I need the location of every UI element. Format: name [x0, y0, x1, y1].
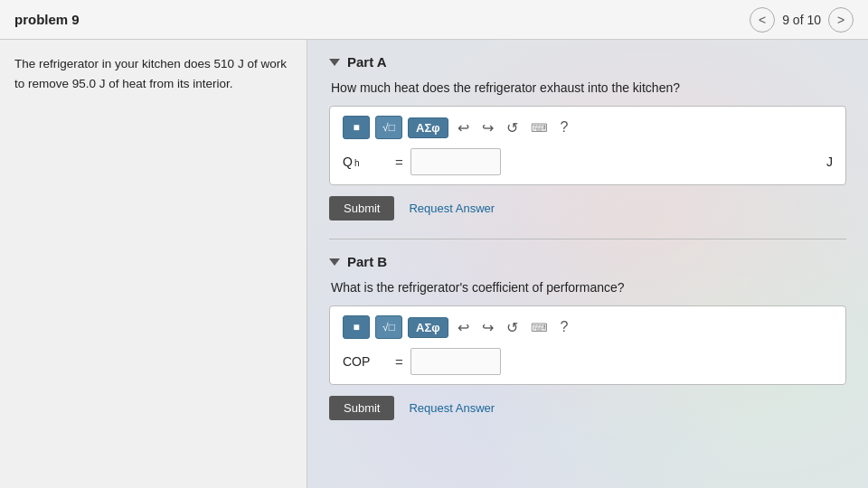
part-a-equals: = [395, 155, 403, 170]
part-b-symbol-btn[interactable]: ΑΣφ [408, 317, 448, 338]
header: problem 9 < 9 of 10 > [0, 0, 868, 40]
part-b-label: Part B [347, 254, 387, 269]
part-a-icon2-btn[interactable]: √□ [375, 116, 402, 139]
part-a-undo-btn[interactable]: ↩ [454, 117, 473, 138]
part-b-icon1-btn[interactable]: ■ [343, 315, 370, 339]
part-b-input[interactable] [410, 348, 501, 375]
part-b-request-btn[interactable]: Request Answer [409, 401, 495, 415]
problem-statement: The refrigerator in your kitchen does 51… [14, 54, 292, 93]
prev-button[interactable]: < [750, 7, 775, 33]
part-a-symbol-btn[interactable]: ΑΣφ [408, 117, 448, 138]
part-a-answer-row: Qh = J [343, 148, 833, 175]
part-a-answer-box: ■ √□ ΑΣφ ↩ ↪ ↺ ⌨ ? Qh = J [329, 106, 846, 185]
part-b-keyboard-btn[interactable]: ⌨ [527, 319, 552, 336]
problem-counter: 9 of 10 [782, 13, 821, 27]
nav-controls: < 9 of 10 > [750, 7, 854, 33]
part-a-keyboard-btn[interactable]: ⌨ [527, 119, 552, 136]
part-a-help-btn[interactable]: ? [557, 117, 572, 137]
part-a-header: Part A [329, 54, 846, 70]
part-b-toolbar: ■ √□ ΑΣφ ↩ ↪ ↺ ⌨ ? [343, 315, 833, 339]
part-b-help-btn[interactable]: ? [557, 317, 572, 337]
part-b-reset-btn[interactable]: ↺ [503, 317, 522, 338]
part-a-input[interactable] [410, 148, 501, 175]
part-a-submit-btn[interactable]: Submit [329, 196, 394, 221]
part-b-answer-row: COP = [343, 348, 833, 375]
part-b-answer-label: COP [343, 354, 388, 369]
problem-title: problem 9 [14, 12, 80, 27]
part-b-question: What is the refrigerator's coefficient o… [331, 280, 846, 295]
part-b-answer-box: ■ √□ ΑΣφ ↩ ↪ ↺ ⌨ ? COP = [329, 305, 846, 385]
part-b-collapse-arrow[interactable] [329, 258, 340, 266]
part-b-section: Part B What is the refrigerator's coeffi… [329, 254, 846, 420]
part-b-submit-btn[interactable]: Submit [329, 396, 394, 420]
part-b-icon2-btn[interactable]: √□ [375, 315, 402, 339]
part-a-request-btn[interactable]: Request Answer [409, 202, 495, 215]
part-b-redo-btn[interactable]: ↪ [478, 317, 497, 338]
part-a-label: Part A [347, 54, 387, 70]
problem-content: Part A How much heat does the refrigerat… [307, 40, 868, 488]
part-separator [329, 239, 846, 239]
part-b-btn-row: Submit Request Answer [329, 396, 846, 420]
main-layout: The refrigerator in your kitchen does 51… [0, 40, 868, 488]
problem-sidebar: The refrigerator in your kitchen does 51… [0, 40, 307, 488]
part-a-toolbar: ■ √□ ΑΣφ ↩ ↪ ↺ ⌨ ? [343, 116, 833, 139]
part-b-undo-btn[interactable]: ↩ [454, 317, 473, 338]
part-a-icon1-btn[interactable]: ■ [343, 116, 370, 139]
part-b-equals: = [395, 354, 403, 370]
next-button[interactable]: > [828, 7, 854, 33]
part-a-collapse-arrow[interactable] [329, 59, 340, 66]
part-b-header: Part B [329, 254, 846, 269]
part-a-answer-label: Qh [343, 155, 388, 169]
part-a-redo-btn[interactable]: ↪ [478, 117, 497, 138]
part-a-reset-btn[interactable]: ↺ [503, 117, 522, 138]
part-a-unit: J [826, 155, 833, 169]
part-a-question: How much heat does the refrigerator exha… [331, 80, 846, 95]
part-a-btn-row: Submit Request Answer [329, 196, 846, 221]
